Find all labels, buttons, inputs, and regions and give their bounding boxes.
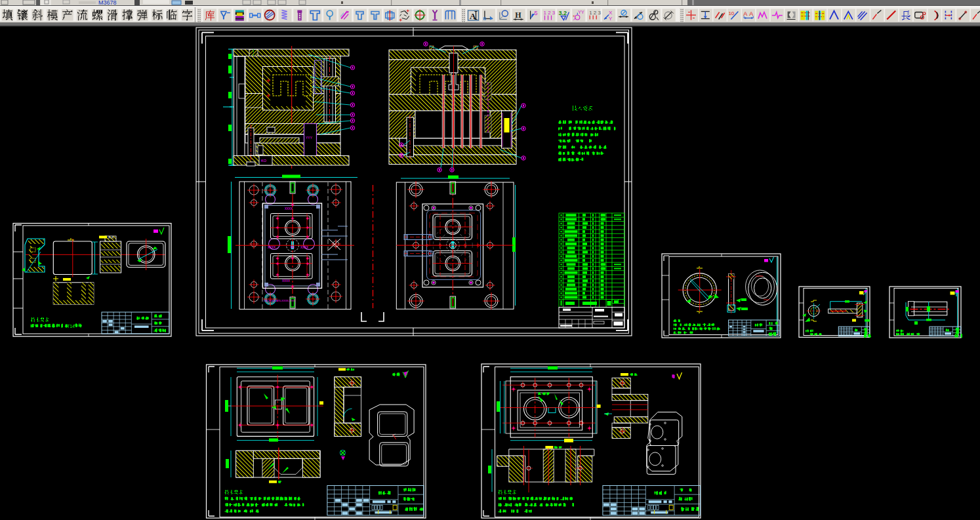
svg-text:XXXX: XXXX	[282, 279, 290, 283]
svg-text:1 2 3: 1 2 3	[589, 10, 601, 16]
svg-text:M3678: M3678	[98, 0, 117, 6]
svg-text:XXXX: XXXX	[285, 207, 293, 210]
svg-text:XXXX: XXXX	[268, 246, 276, 249]
svg-text:XXXX: XXXX	[300, 246, 308, 249]
svg-text:3.2: 3.2	[558, 10, 567, 16]
svg-text:X: X	[609, 10, 613, 16]
svg-text:10: 10	[728, 10, 734, 16]
svg-text:YYY: YYY	[306, 136, 313, 140]
svg-text:R0: R0	[291, 246, 295, 249]
svg-text:x: x	[573, 14, 575, 18]
svg-text:5: 5	[535, 10, 538, 16]
svg-text:YY: YY	[578, 10, 584, 14]
svg-text:A-A: A-A	[108, 235, 114, 239]
svg-text:Y: Y	[609, 16, 613, 22]
svg-text:CB-XXXX-A70-XXXX-XXX: CB-XXXX-A70-XXXX-XXX	[264, 299, 295, 302]
svg-text:1 2 3: 1 2 3	[544, 10, 556, 16]
svg-text:A: A	[743, 10, 747, 17]
svg-text:A: A	[749, 10, 753, 17]
svg-text:IT14: IT14	[66, 324, 75, 329]
svg-text:H: H	[515, 10, 521, 20]
svg-text:KO: KO	[261, 159, 267, 163]
